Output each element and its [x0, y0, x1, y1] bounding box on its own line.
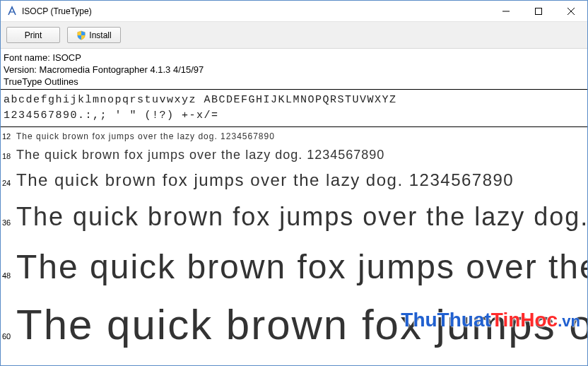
install-button[interactable]: Install: [67, 27, 121, 43]
sample-size-label: 24: [1, 179, 16, 187]
font-version-value: Macromedia Fontographer 4.1.3 4/15/97: [40, 64, 204, 75]
sample-size-label: 36: [1, 218, 16, 227]
font-info-block: Font name: ISOCP Version: Macromedia Fon…: [1, 49, 587, 90]
close-button[interactable]: [555, 1, 587, 21]
charset-line-1: abcdefghijklmnopqrstuvwxyz ABCDEFGHIJKLM…: [4, 93, 584, 108]
sample-size-label: 18: [1, 152, 16, 160]
sample-list: 12 The quick brown fox jumps over the la…: [1, 127, 587, 355]
content-area: Font name: ISOCP Version: Macromedia Fon…: [1, 49, 587, 365]
font-outlines: TrueType Outlines: [4, 76, 584, 88]
font-name-label: Font name:: [4, 52, 50, 63]
toolbar: Print Install: [1, 22, 587, 49]
sample-text: The quick brown fox jumps over the lazy …: [16, 239, 587, 295]
print-button[interactable]: Print: [6, 27, 60, 43]
window-controls: [490, 1, 587, 21]
minimize-button[interactable]: [490, 1, 522, 21]
font-name-value: ISOCP: [52, 52, 81, 63]
sample-text: The quick brown fox jumps over the lazy …: [16, 295, 587, 355]
sample-text: The quick brown fox jumps over the lazy …: [16, 165, 514, 195]
print-button-label: Print: [25, 30, 42, 40]
sample-size-label: 48: [1, 271, 16, 280]
font-version-row: Version: Macromedia Fontographer 4.1.3 4…: [4, 64, 584, 76]
sample-row: 12 The quick brown fox jumps over the la…: [1, 129, 587, 144]
sample-size-label: 60: [1, 332, 16, 341]
font-version-label: Version:: [4, 64, 37, 75]
window-title: ISOCP (TrueType): [22, 6, 92, 16]
svg-rect-1: [536, 8, 542, 14]
title-bar: ISOCP (TrueType): [1, 1, 587, 22]
sample-row: 36 The quick brown fox jumps over the la…: [1, 195, 587, 239]
font-app-icon: [6, 6, 18, 17]
sample-text: The quick brown fox jumps over the lazy …: [16, 129, 275, 144]
charset-block: abcdefghijklmnopqrstuvwxyz ABCDEFGHIJKLM…: [1, 90, 587, 127]
uac-shield-icon: [76, 30, 86, 40]
font-name-row: Font name: ISOCP: [4, 52, 584, 64]
install-button-label: Install: [89, 30, 111, 40]
sample-text: The quick brown fox jumps over the lazy …: [16, 195, 587, 239]
sample-row: 24 The quick brown fox jumps over the la…: [1, 165, 587, 195]
charset-line-2: 1234567890.:,; ' " (!?) +-x/=: [4, 108, 584, 124]
maximize-button[interactable]: [522, 1, 555, 21]
sample-size-label: 12: [1, 132, 16, 141]
sample-row: 18 The quick brown fox jumps over the la…: [1, 144, 587, 165]
sample-text: The quick brown fox jumps over the lazy …: [16, 144, 384, 165]
sample-row: 48 The quick brown fox jumps over the la…: [1, 239, 587, 295]
sample-row: 60 The quick brown fox jumps over the la…: [1, 295, 587, 355]
